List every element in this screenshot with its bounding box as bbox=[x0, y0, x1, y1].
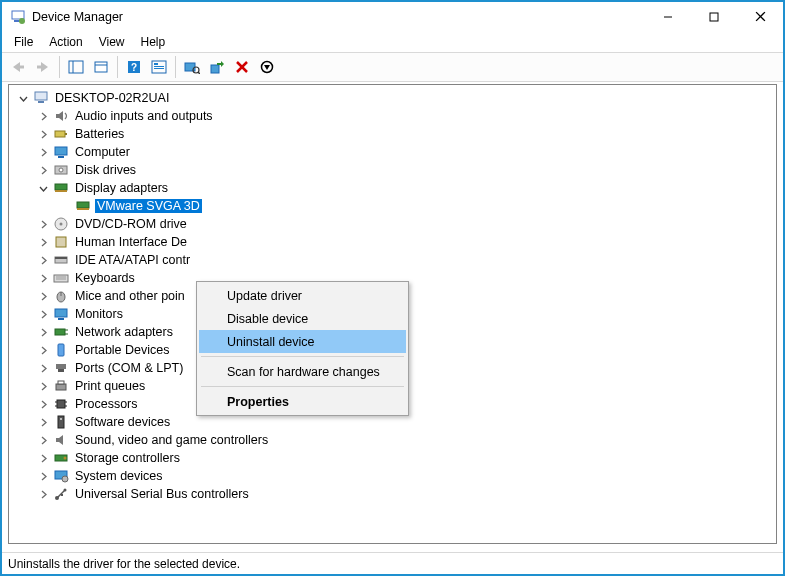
svg-rect-4 bbox=[710, 13, 718, 21]
maximize-button[interactable] bbox=[691, 2, 737, 32]
update-driver-button[interactable] bbox=[205, 55, 229, 79]
chevron-right-icon[interactable] bbox=[37, 308, 49, 320]
forward-button[interactable] bbox=[31, 55, 55, 79]
svg-point-34 bbox=[59, 168, 63, 172]
tree-node-label: Software devices bbox=[73, 415, 172, 429]
context-menu-separator bbox=[201, 356, 404, 357]
chevron-right-icon[interactable] bbox=[37, 146, 49, 158]
software-device-icon bbox=[53, 414, 69, 430]
tree-node-batteries[interactable]: Batteries bbox=[13, 125, 776, 143]
tree-node-display-adapters[interactable]: Display adapters bbox=[13, 179, 776, 197]
tree-node-sound[interactable]: Sound, video and game controllers bbox=[13, 431, 776, 449]
title-bar: Device Manager bbox=[2, 2, 783, 32]
chevron-right-icon[interactable] bbox=[37, 344, 49, 356]
context-menu-uninstall-device[interactable]: Uninstall device bbox=[199, 330, 406, 353]
tree-node-ide[interactable]: IDE ATA/ATAPI contr bbox=[13, 251, 776, 269]
tree-node-vmware-svga[interactable]: · VMware SVGA 3D bbox=[13, 197, 776, 215]
chevron-right-icon[interactable] bbox=[37, 488, 49, 500]
svg-rect-64 bbox=[58, 416, 64, 428]
chevron-down-icon[interactable] bbox=[17, 92, 29, 104]
close-button[interactable] bbox=[737, 2, 783, 32]
usb-icon bbox=[53, 486, 69, 502]
context-menu-disable-device[interactable]: Disable device bbox=[199, 307, 406, 330]
context-menu-properties[interactable]: Properties bbox=[199, 390, 406, 413]
svg-rect-58 bbox=[58, 381, 64, 384]
tree-node-label: Mice and other poin bbox=[73, 289, 187, 303]
tree-node-storage[interactable]: Storage controllers bbox=[13, 449, 776, 467]
context-menu-scan-hardware[interactable]: Scan for hardware changes bbox=[199, 360, 406, 383]
svg-rect-43 bbox=[55, 257, 67, 259]
chevron-right-icon[interactable] bbox=[37, 434, 49, 446]
chevron-right-icon[interactable] bbox=[37, 380, 49, 392]
help-button[interactable]: ? bbox=[122, 55, 146, 79]
device-manager-window: Device Manager File Action View Help bbox=[0, 0, 785, 576]
back-button[interactable] bbox=[6, 55, 30, 79]
tree-node-label: System devices bbox=[73, 469, 165, 483]
menu-view[interactable]: View bbox=[91, 33, 133, 51]
chevron-right-icon[interactable] bbox=[37, 326, 49, 338]
menu-help[interactable]: Help bbox=[133, 33, 174, 51]
sound-icon bbox=[53, 432, 69, 448]
context-menu-update-driver[interactable]: Update driver bbox=[199, 284, 406, 307]
device-tree-container: DESKTOP-02R2UAI Audio inputs and outputs… bbox=[8, 84, 777, 544]
chevron-right-icon[interactable] bbox=[37, 398, 49, 410]
system-device-icon bbox=[53, 468, 69, 484]
chevron-right-icon[interactable] bbox=[37, 416, 49, 428]
svg-rect-50 bbox=[58, 318, 64, 320]
tree-node-label: Print queues bbox=[73, 379, 147, 393]
svg-rect-65 bbox=[60, 418, 62, 420]
chevron-right-icon[interactable] bbox=[37, 254, 49, 266]
properties-button[interactable] bbox=[89, 55, 113, 79]
svg-rect-23 bbox=[217, 63, 222, 65]
minimize-button[interactable] bbox=[645, 2, 691, 32]
processor-icon bbox=[53, 396, 69, 412]
chevron-right-icon[interactable] bbox=[37, 110, 49, 122]
tree-node-label: Storage controllers bbox=[73, 451, 182, 465]
chevron-right-icon[interactable] bbox=[37, 362, 49, 374]
svg-rect-38 bbox=[77, 208, 89, 210]
window-title: Device Manager bbox=[32, 10, 123, 24]
portable-device-icon bbox=[53, 342, 69, 358]
svg-rect-36 bbox=[55, 190, 67, 192]
tree-node-label: Portable Devices bbox=[73, 343, 172, 357]
tree-node-diskdrives[interactable]: Disk drives bbox=[13, 161, 776, 179]
toolbar-separator bbox=[117, 56, 118, 78]
svg-rect-29 bbox=[55, 131, 65, 137]
chevron-down-icon[interactable] bbox=[37, 182, 49, 194]
menu-file[interactable]: File bbox=[6, 33, 41, 51]
tree-node-computer[interactable]: Computer bbox=[13, 143, 776, 161]
svg-rect-37 bbox=[77, 202, 89, 208]
tree-node-system[interactable]: System devices bbox=[13, 467, 776, 485]
tree-node-label: VMware SVGA 3D bbox=[95, 199, 202, 213]
display-adapter-icon bbox=[75, 198, 91, 214]
uninstall-device-button[interactable] bbox=[230, 55, 254, 79]
tree-node-label: Human Interface De bbox=[73, 235, 189, 249]
tree-root[interactable]: DESKTOP-02R2UAI bbox=[13, 89, 776, 107]
disable-device-button[interactable] bbox=[255, 55, 279, 79]
chevron-right-icon[interactable] bbox=[37, 128, 49, 140]
menu-bar: File Action View Help bbox=[2, 32, 783, 52]
menu-action[interactable]: Action bbox=[41, 33, 90, 51]
computer-icon bbox=[33, 90, 49, 106]
audio-icon bbox=[53, 108, 69, 124]
chevron-right-icon[interactable] bbox=[37, 470, 49, 482]
chevron-right-icon[interactable] bbox=[37, 218, 49, 230]
chevron-right-icon[interactable] bbox=[37, 272, 49, 284]
chevron-right-icon[interactable] bbox=[37, 290, 49, 302]
tree-node-usb[interactable]: Universal Serial Bus controllers bbox=[13, 485, 776, 503]
svg-point-72 bbox=[64, 489, 67, 492]
tree-node-hid[interactable]: Human Interface De bbox=[13, 233, 776, 251]
chevron-right-icon[interactable] bbox=[37, 452, 49, 464]
chevron-right-icon[interactable] bbox=[37, 236, 49, 248]
tree-node-audio[interactable]: Audio inputs and outputs bbox=[13, 107, 776, 125]
toolbar-separator bbox=[59, 56, 60, 78]
chevron-right-icon[interactable] bbox=[37, 164, 49, 176]
scan-hardware-button[interactable] bbox=[180, 55, 204, 79]
show-hide-console-tree-button[interactable] bbox=[64, 55, 88, 79]
svg-line-21 bbox=[198, 72, 200, 74]
svg-rect-17 bbox=[154, 66, 164, 67]
action-button[interactable] bbox=[147, 55, 171, 79]
tree-node-dvd[interactable]: DVD/CD-ROM drive bbox=[13, 215, 776, 233]
network-adapter-icon bbox=[53, 324, 69, 340]
svg-rect-57 bbox=[56, 384, 66, 390]
